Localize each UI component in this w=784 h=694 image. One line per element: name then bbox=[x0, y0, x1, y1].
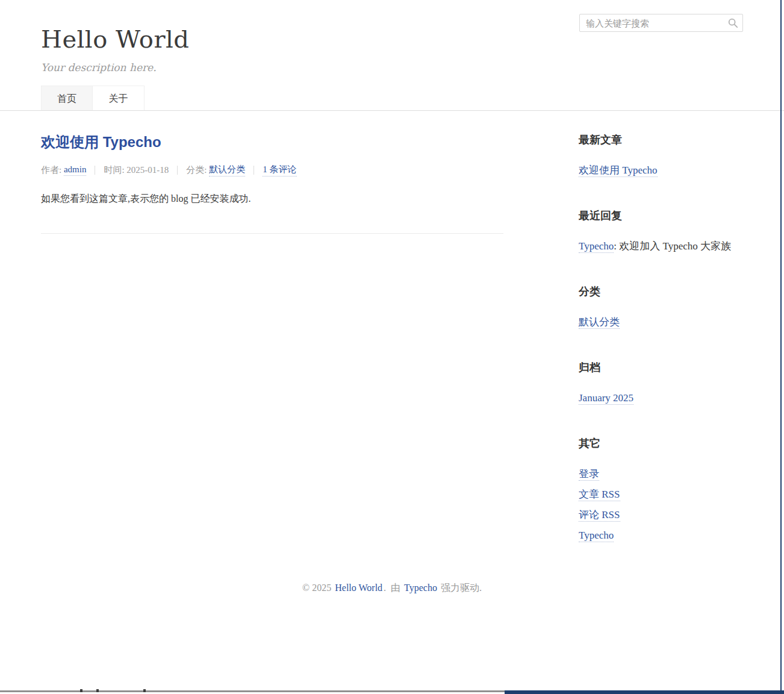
comments-link[interactable]: 1 条评论 bbox=[263, 164, 296, 177]
list-item: 评论 RSS bbox=[579, 505, 743, 525]
site-title-link[interactable]: Hello World bbox=[41, 25, 189, 53]
sidebar-link[interactable]: 欢迎使用 Typecho bbox=[579, 164, 658, 177]
widget-title: 归档 bbox=[579, 360, 743, 375]
post-date: 2025-01-18 bbox=[126, 165, 169, 175]
category-link[interactable]: 默认分类 bbox=[209, 164, 245, 177]
list-item: 文章 RSS bbox=[579, 484, 743, 505]
sidebar-link[interactable]: Typecho bbox=[579, 240, 614, 253]
footer-powered-suffix: 强力驱动. bbox=[441, 583, 482, 593]
search-icon[interactable] bbox=[727, 17, 738, 28]
sidebar-widget: 最新文章欢迎使用 Typecho bbox=[579, 133, 743, 181]
sidebar-link[interactable]: January 2025 bbox=[579, 392, 633, 405]
search-input[interactable] bbox=[579, 14, 743, 32]
widget-title: 最新文章 bbox=[579, 133, 743, 147]
bottom-bar-highlight bbox=[505, 690, 784, 694]
widget-title: 最近回复 bbox=[579, 208, 743, 223]
post-title-link[interactable]: 欢迎使用 Typecho bbox=[41, 134, 161, 150]
post-meta: 作者: admin 时间: 2025-01-18 分类: 默认分类 1 条评论 bbox=[41, 164, 503, 177]
post-list: 欢迎使用 Typecho 作者: admin 时间: 2025-01-18 分类… bbox=[41, 111, 503, 234]
list-item: 默认分类 bbox=[579, 312, 743, 333]
footer-copyright: © 2025 bbox=[302, 583, 331, 593]
meta-separator bbox=[177, 166, 178, 175]
bottom-bar-artifact bbox=[80, 689, 82, 692]
post-divider bbox=[41, 233, 503, 234]
sidebar-link[interactable]: 评论 RSS bbox=[579, 509, 620, 522]
sidebar-link[interactable]: 文章 RSS bbox=[579, 489, 620, 501]
widget-title: 其它 bbox=[579, 436, 743, 451]
list-item: 欢迎使用 Typecho bbox=[579, 160, 743, 181]
site-footer: © 2025 Hello World. 由 Typecho 强力驱动. bbox=[41, 574, 743, 619]
meta-separator bbox=[95, 166, 95, 175]
nav-item-about[interactable]: 关于 bbox=[93, 86, 145, 110]
window-right-border bbox=[780, 0, 782, 694]
footer-powered-prefix: 由 bbox=[391, 583, 400, 593]
meta-separator bbox=[254, 166, 254, 175]
footer-site-link[interactable]: Hello World bbox=[335, 583, 382, 593]
author-link[interactable]: admin bbox=[64, 164, 87, 176]
sidebar: 最新文章欢迎使用 Typecho最近回复Typecho: 欢迎加入 Typech… bbox=[579, 111, 743, 574]
sidebar-link[interactable]: 默认分类 bbox=[579, 316, 620, 329]
bottom-bar-artifact bbox=[143, 689, 146, 692]
sidebar-link[interactable]: 登录 bbox=[579, 468, 599, 481]
site-header: Hello World Your description here. 首页 关于 bbox=[0, 0, 784, 111]
nav-link-about[interactable]: 关于 bbox=[93, 86, 145, 110]
list-item: 登录 bbox=[579, 464, 743, 484]
list-item: Typecho: 欢迎加入 Typecho 大家族 bbox=[579, 236, 743, 257]
post-body: 如果您看到这篇文章,表示您的 blog 已经安装成功. bbox=[41, 191, 503, 207]
search-form bbox=[579, 14, 743, 32]
sidebar-item-text: : 欢迎加入 Typecho 大家族 bbox=[614, 240, 731, 252]
footer-separator: . bbox=[384, 583, 386, 593]
bottom-bar bbox=[0, 690, 505, 692]
nav-item-home[interactable]: 首页 bbox=[41, 86, 93, 110]
bottom-bar-artifact bbox=[96, 689, 99, 692]
site-description: Your description here. bbox=[41, 61, 743, 73]
sidebar-widget: 最近回复Typecho: 欢迎加入 Typecho 大家族 bbox=[579, 208, 743, 257]
nav-link-home[interactable]: 首页 bbox=[41, 86, 93, 110]
list-item: Typecho bbox=[579, 525, 743, 546]
post-title: 欢迎使用 Typecho bbox=[41, 133, 503, 152]
list-item: January 2025 bbox=[579, 388, 743, 408]
author-label: 作者: bbox=[41, 164, 61, 176]
date-label: 时间: bbox=[104, 164, 124, 176]
widget-title: 分类 bbox=[579, 284, 743, 299]
main-nav: 首页 关于 bbox=[41, 86, 743, 110]
sidebar-link[interactable]: Typecho bbox=[579, 530, 614, 542]
sidebar-widget: 分类默认分类 bbox=[579, 284, 743, 333]
category-label: 分类: bbox=[186, 164, 207, 176]
footer-powered-link[interactable]: Typecho bbox=[404, 583, 437, 593]
post: 欢迎使用 Typecho 作者: admin 时间: 2025-01-18 分类… bbox=[41, 133, 503, 207]
sidebar-widget: 归档January 2025 bbox=[579, 360, 743, 408]
sidebar-widget: 其它登录文章 RSS评论 RSSTypecho bbox=[579, 436, 743, 546]
